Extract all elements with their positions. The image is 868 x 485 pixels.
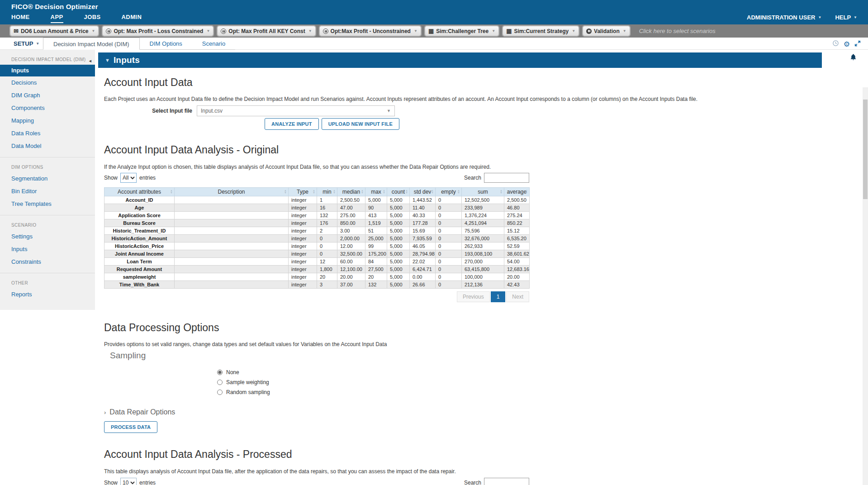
- value-cell: 20: [317, 273, 337, 281]
- gear-icon[interactable]: ⚙: [844, 41, 850, 48]
- bell-icon[interactable]: [849, 53, 857, 63]
- scenario-label: Opt: Max Profit - Loss Constrained: [114, 28, 203, 34]
- value-cell: [175, 227, 289, 235]
- table-row: Joint Annual Incomeinteger032,500.00175,…: [104, 250, 530, 258]
- sidebar-section: DIM OPTIONSSegmentationBin EditorTree Te…: [0, 157, 95, 210]
- sidebar-item-segmentation[interactable]: Segmentation: [0, 172, 95, 185]
- data-repair-options-header[interactable]: › Data Repair Options: [104, 408, 863, 416]
- input-file-select[interactable]: Input.csv ▼: [197, 105, 395, 116]
- column-header-median[interactable]: median▲▼: [337, 188, 365, 196]
- sidebar-item-inputs[interactable]: Inputs: [0, 243, 95, 256]
- history-icon[interactable]: [832, 40, 839, 48]
- value-cell: 12: [317, 258, 337, 266]
- analyze-input-button[interactable]: ANALYZE INPUT: [265, 118, 319, 130]
- value-cell: [175, 235, 289, 242]
- page-size-select[interactable]: 10: [120, 478, 137, 485]
- process-data-button[interactable]: PROCESS DATA: [104, 421, 157, 433]
- value-cell: [175, 273, 289, 281]
- help-menu[interactable]: HELP▼: [835, 14, 857, 21]
- column-header-count[interactable]: count▲▼: [387, 188, 410, 196]
- sidebar-item-components[interactable]: Components: [0, 102, 95, 114]
- column-header-min[interactable]: min▲▼: [317, 188, 337, 196]
- sidebar-collapse-icon[interactable]: ◂: [89, 58, 91, 64]
- sidebar-item-data-model[interactable]: Data Model: [0, 140, 95, 152]
- value-cell: 38,601.62: [504, 250, 530, 258]
- column-header-type[interactable]: Type▲▼: [289, 188, 317, 196]
- upload-new-input-file-button[interactable]: UPLOAD NEW INPUT FILE: [322, 118, 399, 130]
- sidebar-item-decisions[interactable]: Decisions: [0, 76, 95, 89]
- sort-icon: ▲▼: [457, 190, 460, 194]
- chevron-down-icon: ▼: [623, 29, 626, 33]
- value-cell: 0: [436, 196, 462, 204]
- value-cell: 52.59: [504, 242, 530, 250]
- column-header-sum[interactable]: sum▲▼: [462, 188, 504, 196]
- radio-sample-weighting[interactable]: [217, 380, 223, 385]
- radio-random-sampling[interactable]: [217, 390, 223, 395]
- column-header-average[interactable]: average▲▼: [504, 188, 530, 196]
- value-cell: 3: [317, 281, 337, 289]
- column-header-account-attributes[interactable]: Account attributes▲▼: [104, 188, 175, 196]
- nav-item-jobs[interactable]: JOBS: [84, 14, 101, 23]
- table-header-row: Account attributes▲▼Description▲▼Type▲▼m…: [104, 188, 530, 196]
- value-cell: 5,000: [387, 196, 410, 204]
- column-header-description[interactable]: Description▲▼: [175, 188, 289, 196]
- nav-item-home[interactable]: HOME: [11, 14, 30, 23]
- sidebar: ◂ DECISION IMPACT MODEL (DIM)InputsDecis…: [0, 50, 95, 310]
- tab-decision-impact-model-dim-[interactable]: Decision Impact Model (DIM): [43, 38, 140, 50]
- column-header-max[interactable]: max▲▼: [365, 188, 387, 196]
- attribute-cell: Requested Amount: [104, 266, 175, 273]
- scenario-button-1[interactable]: Opt: Max Profit - Loss Constrained▼: [102, 26, 213, 36]
- vertical-scrollbar[interactable]: [863, 87, 868, 485]
- sidebar-item-constraints[interactable]: Constraints: [0, 256, 95, 268]
- setup-menu[interactable]: SETUP▼: [14, 40, 39, 47]
- pagination-next-button[interactable]: Next: [506, 291, 529, 302]
- sidebar-section-header: OTHER: [0, 275, 95, 288]
- nav-item-admin[interactable]: ADMIN: [122, 14, 142, 23]
- chevron-down-icon: ▼: [854, 15, 857, 19]
- scenario-button-6[interactable]: Validation▼: [583, 26, 630, 36]
- sidebar-item-bin-editor[interactable]: Bin Editor: [0, 185, 95, 198]
- value-cell: 0: [436, 273, 462, 281]
- scenario-button-3[interactable]: Opt:Max Profit - Unconstrained▼: [319, 26, 421, 36]
- table-row: sampleweightinteger2020.00205,0000.00010…: [104, 273, 530, 281]
- page-header[interactable]: ▼ Inputs: [98, 52, 822, 68]
- sidebar-item-mapping[interactable]: Mapping: [0, 114, 95, 127]
- tab-dim-options[interactable]: DIM Options: [140, 38, 192, 50]
- value-cell: 100,000: [462, 273, 504, 281]
- tab-scenario[interactable]: Scenario: [192, 38, 235, 50]
- chevron-right-icon: ›: [104, 409, 106, 416]
- scenario-button-4[interactable]: ▦Sim:Challenger Tree▼: [425, 26, 499, 36]
- value-cell: 193,008,100: [462, 250, 504, 258]
- scenario-hint[interactable]: Click here to select scenarios: [639, 28, 716, 34]
- sidebar-item-data-roles[interactable]: Data Roles: [0, 127, 95, 140]
- column-header-empty[interactable]: empty▲▼: [436, 188, 462, 196]
- pagination-previous-button[interactable]: Previous: [457, 291, 490, 302]
- pagination-page-1-button[interactable]: 1: [491, 291, 506, 302]
- sidebar-item-tree-templates[interactable]: Tree Templates: [0, 198, 95, 210]
- scenario-button-project[interactable]: ✉DO6 Loan Amount & Price▼: [10, 26, 99, 36]
- value-cell: 5,000: [387, 266, 410, 273]
- value-cell: 2,500.50: [337, 196, 365, 204]
- attribute-cell: sampleweight: [104, 273, 175, 281]
- sidebar-item-inputs[interactable]: Inputs: [0, 65, 95, 76]
- column-header-std-dev[interactable]: std dev▲▼: [410, 188, 436, 196]
- expand-icon[interactable]: [854, 40, 861, 48]
- nav-item-app[interactable]: APP: [51, 14, 63, 23]
- value-cell: 177.28: [410, 219, 436, 227]
- scenario-button-5[interactable]: ▦Sim:Current Strategy▼: [503, 26, 579, 36]
- user-menu[interactable]: ADMINISTRATION USER▼: [747, 14, 821, 21]
- value-cell: 4,251,094: [462, 219, 504, 227]
- sidebar-item-reports[interactable]: Reports: [0, 288, 95, 301]
- sidebar-item-dim-graph[interactable]: DIM Graph: [0, 89, 95, 102]
- sampling-option-label: Sample weighting: [226, 379, 269, 385]
- sidebar-item-settings[interactable]: Settings: [0, 230, 95, 243]
- value-cell: 28,794.98: [410, 250, 436, 258]
- page-size-select[interactable]: All: [120, 173, 137, 183]
- analysis-processed-description: This table displays analysis of Account …: [104, 468, 863, 475]
- scenario-button-2[interactable]: Opt: Max Profit All KEY Const▼: [217, 26, 315, 36]
- scrollbar-thumb[interactable]: [863, 100, 868, 199]
- radio-none[interactable]: [217, 370, 223, 375]
- value-cell: 84: [365, 258, 387, 266]
- search-input[interactable]: [484, 173, 529, 183]
- search-input[interactable]: [484, 478, 529, 485]
